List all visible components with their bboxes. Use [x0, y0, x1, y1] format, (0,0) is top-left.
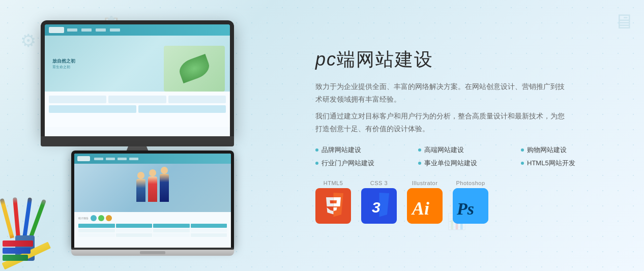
laptop-stats-row: 统计报告: [78, 215, 227, 221]
monitor-bottom-content: [45, 92, 230, 127]
feature-bullet: [315, 148, 318, 152]
feature-text: HTML5网站开发: [527, 159, 575, 168]
feature-item-0: 品牌网站建设: [315, 145, 418, 155]
monitor-nav-item: [81, 28, 92, 32]
monitor-card: [168, 96, 226, 103]
laptop-nav-item: [129, 158, 138, 160]
svg-text:Ai: Ai: [411, 198, 429, 219]
monitor-sketch-icon: 🖥: [613, 10, 634, 33]
green-pencil: [28, 199, 46, 238]
description-paragraph-1: 致力于为企业提供全面、丰富的网络解决方案。在网站创意设计、营销推广到技 术研发领…: [315, 80, 624, 106]
feature-bullet: [521, 148, 524, 152]
laptop-stat-label: 统计报告: [78, 217, 89, 220]
person-figure: [160, 174, 169, 202]
photoshop-svg: Ps: [453, 188, 488, 224]
feature-item-5: HTML5网站开发: [521, 159, 624, 168]
photoshop-icon: Ps: [453, 188, 488, 224]
desktop-monitor: 放自然之初 育生命之初: [41, 20, 234, 166]
feature-text: 品牌网站建设: [321, 145, 361, 155]
tech-label-photoshop: Photoshop: [456, 180, 485, 186]
feature-bullet: [418, 148, 421, 152]
tech-badge-photoshop: Photoshop Ps: [453, 180, 488, 224]
tech-badges-row: HTML5 CSS 3: [315, 180, 624, 224]
table-data-cell: [116, 233, 153, 237]
tech-label-illustrator: Illustrator: [412, 180, 438, 186]
laptop-trackpad: [140, 251, 165, 254]
table-data-cell: [78, 233, 115, 237]
table-data-cell: [191, 229, 227, 232]
laptop-nav-bar: [74, 154, 231, 164]
html5-icon: [315, 188, 351, 224]
laptop-nav-logo: [77, 156, 90, 161]
monitor-hero-text: 放自然之初 育生命之初: [52, 58, 75, 69]
table-data-cell: [78, 229, 115, 232]
table-header-cell: [153, 224, 190, 228]
red-pencil: [13, 197, 20, 238]
feature-bullet: [521, 162, 524, 165]
tech-label-css3: CSS 3: [370, 180, 388, 186]
description-paragraph-2: 我们通过建立对目标客户和用户行为的分析，整合高质量设计和最新技术，为您 打造创意…: [315, 110, 624, 135]
stat-icon-orange: [106, 215, 112, 221]
monitor-nav-bar: [45, 24, 230, 36]
stationery-container: [5, 159, 66, 261]
table-data-cell: [116, 229, 153, 232]
monitor-hero-title: 放自然之初: [52, 58, 75, 65]
laptop-device: 统计报告: [71, 150, 234, 256]
laptop-hero-image: [74, 164, 231, 212]
monitor-nav-item: [96, 28, 106, 32]
laptop-keyboard: [71, 250, 234, 256]
laptop-nav-item: [118, 158, 127, 160]
css3-icon: 3: [361, 188, 397, 224]
monitor-hero-image: [164, 46, 225, 92]
monitor-nav-item: [67, 28, 77, 32]
left-section: 放自然之初 育生命之初: [0, 0, 295, 271]
laptop-nav-item: [94, 158, 103, 160]
monitor-card-wide: [49, 105, 136, 113]
css3-svg: 3: [365, 190, 393, 222]
feature-text: 事业单位网站建设: [424, 159, 477, 168]
table-data-cell: [153, 233, 190, 237]
page-wrapper: ⚙ 📋 🖥 📊: [0, 0, 644, 271]
monitor-screen-outer: 放自然之初 育生命之初: [41, 20, 234, 136]
laptop-office-scene: [131, 169, 174, 207]
feature-bullet: [315, 162, 318, 165]
monitor-nav-items: [67, 28, 120, 32]
monitor-nav-item: [110, 28, 120, 32]
page-title: pc端网站建设: [315, 47, 624, 72]
feature-text: 行业门户网站建设: [321, 159, 374, 168]
monitor-hero-subtitle: 育生命之初: [52, 65, 75, 69]
svg-text:3: 3: [372, 199, 380, 216]
table-header-cell: [116, 224, 153, 228]
tech-badge-illustrator: Illustrator Ai: [407, 180, 443, 224]
monitor-bottom-row1: [49, 96, 226, 103]
books-stack: [3, 240, 33, 261]
monitor-card: [49, 96, 106, 103]
feature-bullet: [418, 162, 421, 165]
book-red: [3, 240, 33, 247]
laptop-nav-item: [106, 158, 115, 160]
tech-badge-html5: HTML5: [315, 180, 351, 224]
feature-item-3: 行业门户网站建设: [315, 159, 418, 168]
monitor-screen-content: 放自然之初 育生命之初: [45, 24, 230, 136]
person-figure: [148, 176, 157, 202]
monitor-screen: 放自然之初 育生命之初: [45, 24, 230, 136]
monitor-card: [108, 96, 166, 103]
feature-item-4: 事业单位网站建设: [418, 159, 521, 168]
book-green: [3, 255, 28, 261]
feature-item-2: 购物网站建设: [521, 145, 624, 155]
feature-text: 高端网站建设: [424, 145, 464, 155]
laptop-screen: 统计报告: [74, 154, 231, 248]
laptop-data-table: [78, 224, 227, 237]
svg-text:Ps: Ps: [456, 199, 474, 218]
table-header-cell: [191, 224, 227, 228]
right-section: pc端网站建设 致力于为企业提供全面、丰富的网络解决方案。在网站创意设计、营销推…: [295, 32, 644, 239]
person-figure: [136, 179, 145, 202]
feature-text: 购物网站建设: [527, 145, 567, 155]
table-header-cell: [78, 224, 115, 228]
feature-item-1: 高端网站建设: [418, 145, 521, 155]
table-data-cell: [153, 229, 190, 232]
laptop-nav-menu: [94, 158, 138, 160]
monitor-bottom-row2: [49, 105, 226, 113]
html5-svg: [319, 190, 347, 222]
person-head: [161, 167, 168, 174]
